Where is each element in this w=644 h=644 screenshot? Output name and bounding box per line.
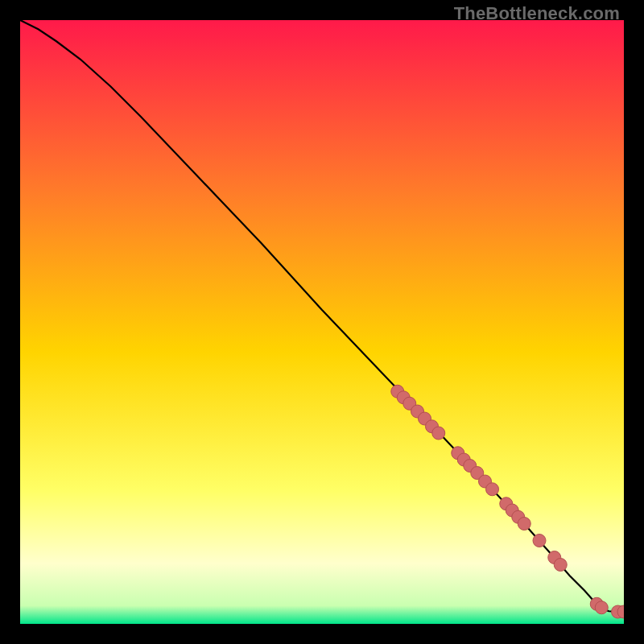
data-point-marker (554, 559, 567, 572)
chart-stage: TheBottleneck.com (0, 0, 644, 644)
data-point-marker (533, 535, 546, 547)
data-point-marker (595, 601, 608, 614)
data-point-marker (486, 483, 499, 496)
watermark-text: TheBottleneck.com (454, 3, 620, 24)
chart-svg (20, 20, 624, 624)
data-point-marker (432, 427, 445, 440)
data-point-marker (518, 518, 530, 530)
